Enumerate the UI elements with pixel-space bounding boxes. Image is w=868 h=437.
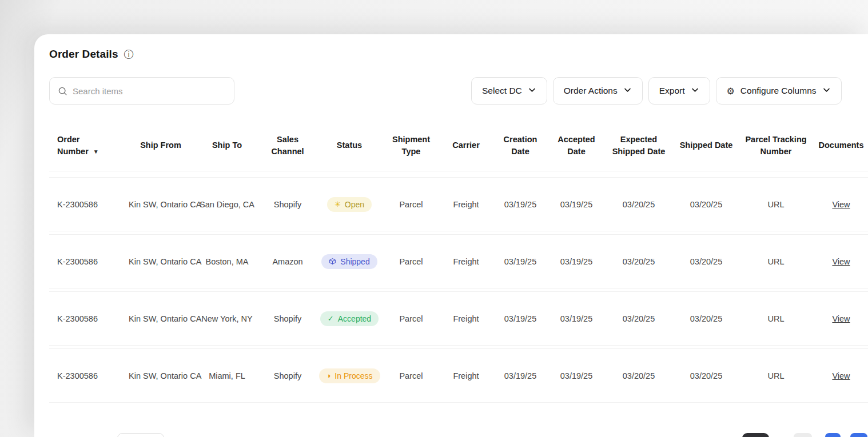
check-icon: ✓ bbox=[328, 315, 334, 322]
cell-status: Shipped bbox=[316, 254, 383, 269]
cell-shipped-date: 03/20/25 bbox=[673, 371, 739, 380]
toolbar: Select DC Order Actions Export ⚙ Config bbox=[471, 77, 842, 105]
cell-ship-from: Kin SW, Ontario CA bbox=[126, 257, 195, 266]
status-badge: Shipped bbox=[321, 254, 377, 269]
chevron-down-icon bbox=[691, 86, 699, 97]
status-badge: ✓Accepted bbox=[320, 311, 379, 326]
view-documents-link[interactable]: View bbox=[832, 314, 850, 323]
cell-order-number: K-2300586 bbox=[49, 314, 126, 323]
search-input[interactable] bbox=[73, 86, 226, 96]
cell-order-number: K-2300586 bbox=[49, 371, 126, 380]
controls-bar: Select DC Order Actions Export ⚙ Config bbox=[34, 77, 868, 105]
view-documents-link[interactable]: View bbox=[832, 257, 850, 266]
configure-columns-button[interactable]: ⚙ Configure Columns bbox=[716, 77, 842, 105]
table-body: K-2300586Kin SW, Ontario CASan Diego, CA… bbox=[49, 177, 868, 403]
cell-expected-shipped-date: 03/20/25 bbox=[604, 200, 673, 209]
orders-table: Order Number▼Ship FromShip ToSales Chann… bbox=[49, 121, 868, 406]
cell-ship-from: Kin SW, Ontario CA bbox=[126, 200, 195, 209]
cell-carrier: Freight bbox=[440, 200, 492, 209]
table-header: Order Number▼Ship FromShip ToSales Chann… bbox=[49, 121, 868, 171]
order-details-card: Order Details ⓘ Select DC Order Actions bbox=[34, 34, 868, 437]
column-header-order-number[interactable]: Order Number▼ bbox=[49, 131, 126, 160]
page-title: Order Details bbox=[49, 48, 118, 61]
cell-ship-to: Miami, FL bbox=[195, 371, 259, 380]
cell-status: ✳Open bbox=[316, 197, 383, 212]
table-row: K-2300586Kin SW, Ontario CAMiami, FLShop… bbox=[49, 348, 868, 403]
cell-creation-date: 03/19/25 bbox=[492, 371, 548, 380]
table-row: K-2300586Kin SW, Ontario CANew York, NYS… bbox=[49, 291, 868, 346]
cell-carrier: Freight bbox=[440, 371, 492, 380]
table-row: K-2300586Kin SW, Ontario CABoston, MAAma… bbox=[49, 234, 868, 288]
column-header-ship-from: Ship From bbox=[126, 137, 195, 154]
cell-ship-to: Boston, MA bbox=[195, 257, 259, 266]
column-header-accepted-date: Accepted Date bbox=[548, 131, 604, 160]
cell-sales-channel: Amazon bbox=[259, 257, 316, 266]
cell-shipped-date: 03/20/25 bbox=[673, 314, 739, 323]
column-header-ship-to: Ship To bbox=[195, 137, 259, 154]
cell-status: ◑In Process bbox=[316, 368, 383, 383]
chevron-down-icon bbox=[822, 86, 831, 97]
page-header: Order Details ⓘ bbox=[49, 48, 134, 61]
cell-accepted-date: 03/19/25 bbox=[548, 257, 604, 266]
chevron-down-icon bbox=[623, 86, 632, 97]
select-dc-button[interactable]: Select DC bbox=[471, 77, 547, 105]
cell-shipment-type: Parcel bbox=[383, 371, 440, 380]
cell-carrier: Freight bbox=[440, 257, 492, 266]
info-icon[interactable]: ⓘ bbox=[124, 50, 134, 59]
cell-ship-to: San Diego, CA bbox=[195, 200, 259, 209]
view-documents-link[interactable]: View bbox=[832, 200, 850, 209]
cell-accepted-date: 03/19/25 bbox=[548, 314, 604, 323]
cell-ship-from: Kin SW, Ontario CA bbox=[126, 371, 195, 380]
view-documents-link[interactable]: View bbox=[832, 371, 850, 380]
export-label: Export bbox=[659, 86, 685, 96]
box-icon bbox=[329, 258, 336, 265]
cell-order-number: K-2300586 bbox=[49, 257, 126, 266]
footer-partial-button[interactable] bbox=[825, 433, 841, 437]
status-label: Shipped bbox=[340, 258, 369, 266]
status-badge: ◑In Process bbox=[319, 368, 380, 383]
cell-parcel-tracking: URL bbox=[739, 371, 813, 380]
cell-sales-channel: Shopify bbox=[259, 314, 316, 323]
cell-accepted-date: 03/19/25 bbox=[548, 371, 604, 380]
cell-parcel-tracking: URL bbox=[739, 314, 813, 323]
footer-partial-button[interactable] bbox=[850, 433, 867, 437]
cell-shipment-type: Parcel bbox=[383, 257, 440, 266]
column-header-status: Status bbox=[316, 137, 383, 154]
cell-ship-to: New York, NY bbox=[195, 314, 259, 323]
chevron-down-icon bbox=[528, 86, 536, 97]
cell-parcel-tracking: URL bbox=[739, 257, 813, 266]
cell-creation-date: 03/19/25 bbox=[492, 257, 548, 266]
search-box[interactable] bbox=[49, 77, 234, 105]
cell-documents: View bbox=[813, 371, 868, 380]
sort-down-icon[interactable]: ▼ bbox=[93, 149, 99, 155]
column-header-expected-shipped-date: Expected Shipped Date bbox=[604, 131, 673, 160]
cell-documents: View bbox=[813, 314, 868, 323]
footer-partial-button[interactable] bbox=[794, 433, 812, 437]
status-badge: ✳Open bbox=[327, 197, 372, 212]
order-actions-label: Order Actions bbox=[564, 86, 618, 96]
cell-expected-shipped-date: 03/20/25 bbox=[604, 314, 673, 323]
cell-sales-channel: Shopify bbox=[259, 200, 316, 209]
cell-shipment-type: Parcel bbox=[383, 314, 440, 323]
column-header-documents: Documents bbox=[813, 137, 868, 154]
export-button[interactable]: Export bbox=[648, 77, 710, 105]
cell-status: ✓Accepted bbox=[316, 311, 383, 326]
cell-expected-shipped-date: 03/20/25 bbox=[604, 257, 673, 266]
footer-partial-button[interactable] bbox=[117, 433, 164, 437]
cell-parcel-tracking: URL bbox=[739, 200, 813, 209]
column-header-creation-date: Creation Date bbox=[492, 131, 548, 160]
gear-icon: ⚙ bbox=[727, 86, 735, 97]
column-header-shipment-type: Shipment Type bbox=[383, 131, 440, 160]
column-header-parcel-tracking: Parcel Tracking Number bbox=[739, 131, 813, 160]
cell-carrier: Freight bbox=[440, 314, 492, 323]
select-dc-label: Select DC bbox=[482, 86, 522, 96]
footer-partial-button[interactable] bbox=[742, 433, 769, 437]
order-actions-button[interactable]: Order Actions bbox=[553, 77, 643, 105]
cell-documents: View bbox=[813, 200, 868, 209]
cell-creation-date: 03/19/25 bbox=[492, 200, 548, 209]
status-label: Accepted bbox=[338, 315, 371, 323]
cell-accepted-date: 03/19/25 bbox=[548, 200, 604, 209]
cell-ship-from: Kin SW, Ontario CA bbox=[126, 314, 195, 323]
cell-sales-channel: Shopify bbox=[259, 371, 316, 380]
cell-shipped-date: 03/20/25 bbox=[673, 257, 739, 266]
